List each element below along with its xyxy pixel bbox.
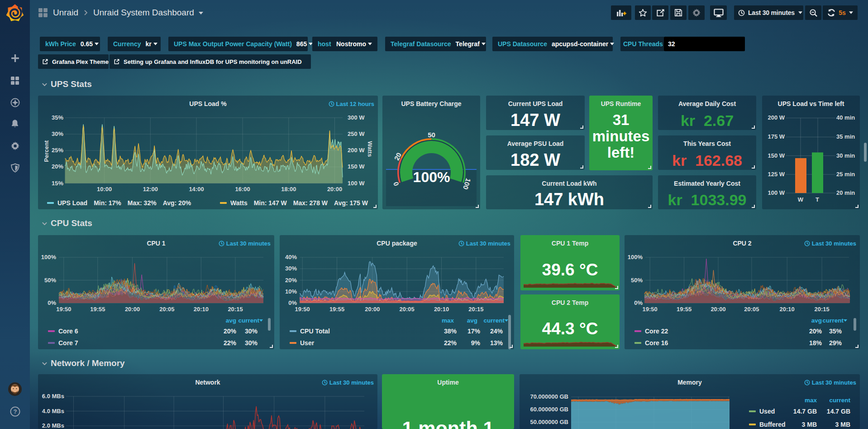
svg-text:50: 50 [428, 131, 435, 139]
svg-text:?: ? [13, 408, 17, 415]
svg-text:0: 0 [392, 181, 401, 187]
svg-text:100%: 100% [413, 169, 450, 185]
